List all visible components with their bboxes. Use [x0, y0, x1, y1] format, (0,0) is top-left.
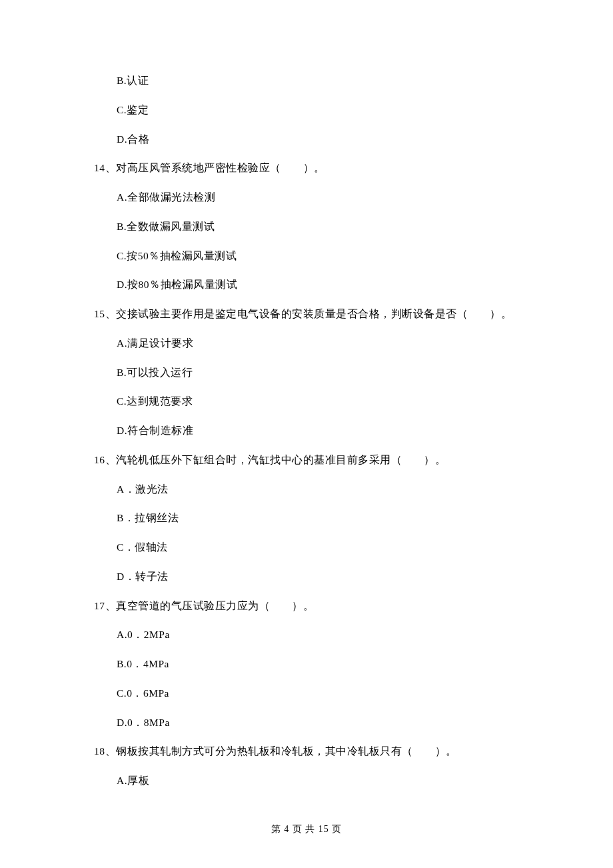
q15-stem: 15、交接试验主要作用是鉴定电气设备的安装质量是否合格，判断设备是否（ ）。: [94, 306, 546, 321]
q15-option-d: D.符合制造标准: [117, 423, 546, 438]
q13-option-c: C.鉴定: [117, 102, 546, 117]
q14-option-c: C.按50％抽检漏风量测试: [117, 248, 546, 263]
q14-option-a: A.全部做漏光法检测: [117, 189, 546, 205]
q16-stem: 16、汽轮机低压外下缸组合时，汽缸找中心的基准目前多采用（ ）。: [94, 452, 546, 467]
q13-option-d: D.合格: [117, 131, 546, 147]
q17-option-b: B.0．4MPa: [117, 656, 546, 671]
q15-option-a: A.满足设计要求: [117, 335, 546, 351]
q15-option-c: C.达到规范要求: [117, 393, 546, 409]
q17-option-a: A.0．2MPa: [117, 627, 546, 642]
q16-option-c: C．假轴法: [117, 539, 546, 555]
q16-option-a: A．激光法: [117, 481, 546, 497]
q13-option-b: B.认证: [117, 73, 546, 88]
page-content: B.认证 C.鉴定 D.合格 14、对高压风管系统地严密性检验应（ ）。 A.全…: [0, 0, 613, 788]
q18-stem: 18、钢板按其轧制方式可分为热轧板和冷轧板，其中冷轧板只有（ ）。: [94, 743, 546, 759]
q14-option-d: D.按80％抽检漏风量测试: [117, 277, 546, 292]
q18-option-a: A.厚板: [117, 773, 546, 788]
page-footer: 第 4 页 共 15 页: [0, 822, 613, 836]
q17-stem: 17、真空管道的气压试验压力应为（ ）。: [94, 598, 546, 613]
q16-option-d: D．转子法: [117, 569, 546, 584]
q15-option-b: B.可以投入运行: [117, 365, 546, 380]
q17-option-c: C.0．6MPa: [117, 685, 546, 701]
q14-stem: 14、对高压风管系统地严密性检验应（ ）。: [94, 160, 546, 175]
q17-option-d: D.0．8MPa: [117, 715, 546, 730]
q16-option-b: B．拉钢丝法: [117, 510, 546, 525]
q14-option-b: B.全数做漏风量测试: [117, 219, 546, 234]
